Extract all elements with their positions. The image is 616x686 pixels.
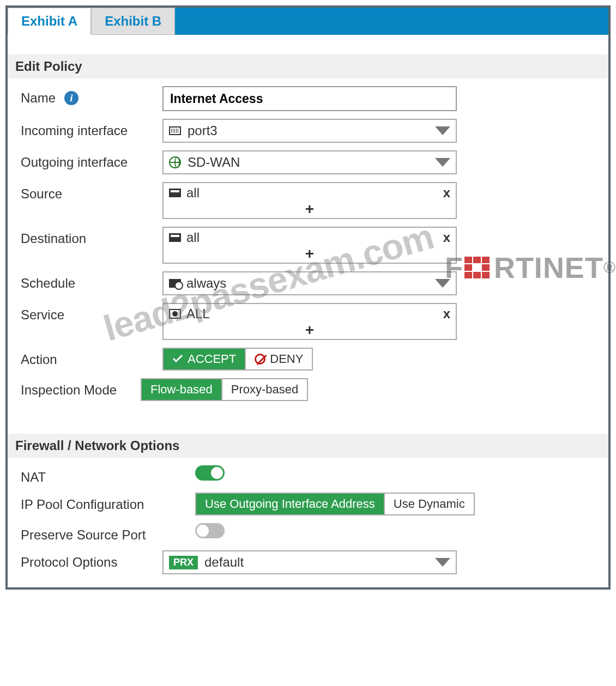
service-value: ALL bbox=[186, 306, 210, 321]
tab-exhibit-a[interactable]: Exhibit A bbox=[8, 8, 91, 35]
ip-pool-toggle: Use Outgoing Interface Address Use Dynam… bbox=[195, 493, 475, 515]
schedule-icon bbox=[169, 279, 181, 288]
outgoing-interface-label: Outgoing interface bbox=[21, 150, 162, 170]
ip-pool-dynamic-button[interactable]: Use Dynamic bbox=[384, 494, 474, 514]
tab-exhibit-b[interactable]: Exhibit B bbox=[91, 8, 175, 35]
globe-icon bbox=[169, 156, 181, 168]
source-multiselect[interactable]: all x + bbox=[162, 182, 457, 219]
firewall-options: NAT IP Pool Configuration Use Outgoing I… bbox=[8, 465, 608, 587]
outgoing-interface-select[interactable]: SD-WAN bbox=[162, 150, 457, 174]
source-value: all bbox=[186, 185, 200, 201]
destination-multiselect[interactable]: all x + bbox=[162, 227, 457, 264]
chevron-down-icon bbox=[435, 558, 450, 567]
deny-icon bbox=[255, 354, 265, 365]
action-label: Action bbox=[21, 348, 162, 367]
incoming-interface-label: Incoming interface bbox=[21, 119, 162, 138]
destination-label: Destination bbox=[21, 227, 162, 246]
address-icon bbox=[169, 189, 181, 197]
inspection-mode-label: Inspection Mode bbox=[21, 378, 141, 398]
preserve-source-port-toggle[interactable] bbox=[195, 523, 225, 538]
action-deny-button[interactable]: DENY bbox=[245, 349, 312, 369]
add-service-button[interactable]: + bbox=[164, 324, 456, 339]
service-icon bbox=[169, 309, 181, 319]
chevron-down-icon bbox=[435, 158, 450, 167]
ip-pool-label: IP Pool Configuration bbox=[21, 493, 195, 512]
chevron-down-icon bbox=[435, 126, 450, 135]
protocol-options-select[interactable]: PRX default bbox=[162, 550, 457, 574]
port-icon bbox=[169, 126, 181, 135]
section-edit-policy: Edit Policy bbox=[8, 54, 608, 78]
inspection-proxy-button[interactable]: Proxy-based bbox=[221, 379, 307, 400]
prx-badge: PRX bbox=[169, 556, 198, 569]
protocol-options-value: default bbox=[204, 555, 244, 570]
chevron-down-icon bbox=[435, 279, 450, 288]
incoming-interface-select[interactable]: port3 bbox=[162, 119, 457, 143]
service-multiselect[interactable]: ALL x + bbox=[162, 303, 457, 340]
action-accept-button[interactable]: ACCEPT bbox=[164, 349, 245, 369]
section-firewall-network: Firewall / Network Options bbox=[8, 434, 608, 458]
incoming-interface-value: port3 bbox=[188, 123, 218, 138]
nat-label: NAT bbox=[21, 465, 195, 485]
preserve-source-port-label: Preserve Source Port bbox=[21, 523, 195, 543]
outgoing-interface-value: SD-WAN bbox=[188, 155, 240, 170]
service-label: Service bbox=[21, 303, 162, 323]
remove-source-icon[interactable]: x bbox=[443, 185, 450, 201]
source-label: Source bbox=[21, 182, 162, 202]
address-icon bbox=[169, 233, 181, 242]
tab-bar: Exhibit A Exhibit B bbox=[8, 8, 608, 35]
remove-destination-icon[interactable]: x bbox=[443, 230, 450, 245]
destination-value: all bbox=[186, 230, 200, 245]
checkmark-icon bbox=[172, 352, 183, 366]
policy-form: Name i Incoming interface port3 Outgoing… bbox=[8, 86, 608, 414]
action-toggle: ACCEPT DENY bbox=[162, 348, 313, 371]
schedule-label: Schedule bbox=[21, 271, 162, 291]
schedule-value: always bbox=[186, 276, 226, 291]
add-source-button[interactable]: + bbox=[164, 203, 456, 218]
schedule-select[interactable]: always bbox=[162, 271, 457, 295]
remove-service-icon[interactable]: x bbox=[443, 306, 450, 321]
name-input[interactable] bbox=[162, 86, 457, 111]
info-icon[interactable]: i bbox=[64, 91, 78, 105]
nat-toggle[interactable] bbox=[195, 465, 225, 481]
protocol-options-label: Protocol Options bbox=[21, 550, 162, 570]
inspection-mode-toggle: Flow-based Proxy-based bbox=[141, 378, 308, 401]
inspection-flow-button[interactable]: Flow-based bbox=[142, 379, 221, 400]
ip-pool-outgoing-button[interactable]: Use Outgoing Interface Address bbox=[196, 494, 384, 514]
name-label: Name i bbox=[21, 86, 162, 106]
add-destination-button[interactable]: + bbox=[164, 247, 456, 263]
window-frame: Exhibit A Exhibit B Edit Policy Name i I… bbox=[5, 5, 611, 590]
